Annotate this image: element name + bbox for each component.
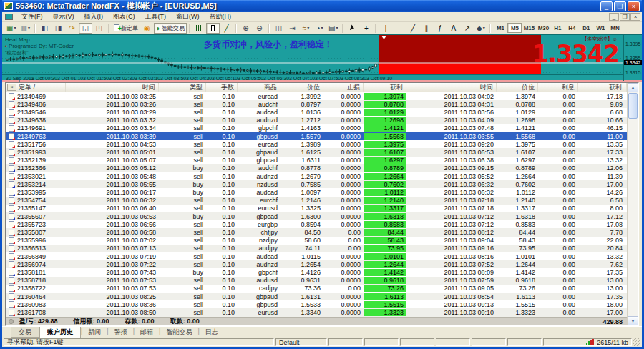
resize-grip[interactable] [633, 338, 640, 346]
timeframe-h4-button[interactable]: H4 [565, 23, 579, 33]
column-header-close-price[interactable]: 价位 [497, 83, 538, 92]
templates-button[interactable]: ▤▾ [326, 23, 340, 34]
scroll-up-button[interactable]: ▲ [628, 83, 638, 92]
line-chart-button[interactable]: ╱ [220, 23, 233, 34]
table-row[interactable]: 213519932011.10.03 05:01sell0.10gbpaud1.… [6, 148, 627, 156]
tile-windows-button[interactable]: ◫ [272, 23, 286, 34]
column-header-type[interactable]: 类型 [159, 83, 206, 92]
arrows-tool-button[interactable]: ↗ [460, 23, 474, 34]
timeframe-h1-button[interactable]: H1 [550, 23, 565, 33]
menu-file[interactable]: 文件(F) [16, 11, 48, 22]
table-row[interactable]: 213556072011.10.03 06:53buy0.10gbpcad1.6… [6, 212, 627, 220]
timeframe-mn-button[interactable]: MN [608, 23, 622, 33]
channel-button[interactable]: ∥ [419, 23, 433, 34]
table-row[interactable]: 213568492011.10.03 07:19sell0.10audcad1.… [6, 252, 627, 260]
new-chart-button[interactable]: ▦▾ [4, 23, 18, 34]
timeframe-m15-button[interactable]: M15 [522, 23, 536, 33]
profiles-button[interactable]: ▥▾ [18, 23, 31, 34]
table-row[interactable]: 213496382011.10.03 03:32sell0.10audnzd1.… [6, 117, 627, 124]
column-header-open-price[interactable]: 价位 [280, 83, 323, 92]
tab-news[interactable]: 新闻 [82, 327, 107, 338]
cursor-button[interactable] [346, 23, 359, 34]
table-row[interactable]: 213587182011.10.03 07:53sell0.10audusd0.… [6, 277, 627, 285]
tab-experts[interactable]: 智能交易 [160, 327, 197, 338]
table-row[interactable]: 213497632011.10.03 03:39sell0.10gbpusd1.… [6, 132, 627, 140]
horizontal-line-button[interactable]: — [392, 23, 406, 34]
menu-window[interactable]: 窗口(W) [171, 11, 205, 22]
tab-journal[interactable]: 日志 [200, 327, 224, 338]
periods-button[interactable]: ◔▾ [313, 23, 326, 34]
timeframe-m1-button[interactable]: M1 [493, 23, 507, 33]
column-header-profit[interactable]: 获利 [578, 83, 627, 92]
table-row[interactable]: 213557232011.10.03 06:56sell0.10eurgbp0.… [6, 220, 627, 228]
table-row[interactable]: 213565132011.10.03 07:13sell0.10audjpy74… [6, 245, 627, 252]
child-minimize-button[interactable]: _ [609, 13, 619, 21]
market-watch-toggle[interactable]: ◧ [38, 23, 52, 34]
child-restore-button[interactable]: ❐ [620, 13, 630, 21]
navigator-toggle[interactable]: ◨ [52, 23, 65, 34]
tab-alerts[interactable]: 警报 [109, 327, 133, 338]
timeframe-m5-button[interactable]: M5 [507, 23, 522, 33]
menu-view[interactable]: 显示(V) [48, 11, 79, 22]
chart-plot[interactable]: Heat Map ▪ Programed By: MT-Coder “稳定盈利”… [2, 35, 623, 74]
minimize-button[interactable]: _ [600, 1, 613, 11]
maximize-button[interactable]: ❐ [614, 1, 626, 11]
menu-charts[interactable]: 图表(C) [108, 11, 140, 22]
table-row[interactable]: 213559962011.10.03 07:02sell0.10nzdjpy58… [6, 237, 627, 245]
scroll-down-button[interactable]: ▼ [628, 316, 638, 325]
close-button[interactable]: × [628, 1, 640, 11]
table-row[interactable]: 213495462011.10.03 03:29sell0.10audcad1.… [6, 108, 627, 116]
table-scrollbar[interactable]: ▲ ▼ [627, 83, 638, 325]
chart-area[interactable]: Heat Map ▪ Programed By: MT-Coder “稳定盈利”… [2, 34, 642, 80]
indicators-button[interactable]: ≈▾ [299, 23, 313, 34]
crosshair-button[interactable]: + [359, 23, 373, 34]
trendline-button[interactable]: ╱ [406, 23, 419, 34]
tab-mailbox[interactable]: 邮箱 [135, 327, 159, 338]
new-order-button[interactable]: 新定单 [112, 23, 140, 34]
terminal-close-button[interactable]: × [7, 84, 16, 91]
zoom-out-button[interactable]: ⊖ [253, 23, 266, 34]
table-row[interactable]: 213539952011.10.03 06:17buy0.10audcad1.0… [6, 188, 627, 196]
tab-account-history[interactable]: 账户历史 [39, 327, 81, 338]
table-row[interactable]: 213587222011.10.03 07:53sell0.10cadjpy73… [6, 285, 627, 293]
table-row[interactable]: 213609832011.10.03 08:36sell0.10gbpusd1.… [6, 300, 627, 308]
timeframe-d1-button[interactable]: D1 [579, 23, 593, 33]
data-window-toggle[interactable]: ◰ [92, 23, 106, 34]
table-row[interactable]: 213551472011.10.03 06:40sell0.10eurusd1.… [6, 205, 627, 212]
column-header-close-time[interactable]: 时间 [406, 83, 497, 92]
shapes-button[interactable]: ◆▾ [474, 23, 487, 34]
tab-trade[interactable]: 交易 [11, 327, 39, 338]
column-header-symbol[interactable]: 商品 [238, 83, 280, 92]
expert-advisors-toggle[interactable]: ◗智能交易 [154, 23, 187, 34]
bar-chart-button[interactable] [192, 23, 206, 34]
chart-shift-button[interactable]: ⇥ [286, 23, 299, 34]
table-row[interactable]: 213547542011.10.03 06:32sell0.10eurchf1.… [6, 197, 627, 205]
vertical-line-button[interactable]: | [379, 23, 392, 34]
menu-tools[interactable]: 工具(T) [140, 11, 172, 22]
table-row[interactable]: 213521392011.10.03 05:07sell0.10gbpcad1.… [6, 157, 627, 164]
fibonacci-button[interactable]: ƒ [433, 23, 447, 34]
column-header-sl[interactable]: 止损 [323, 83, 364, 92]
table-row[interactable]: 213569742011.10.03 07:22sell0.10audnzd1.… [6, 260, 627, 268]
timeframe-w1-button[interactable]: W1 [593, 23, 608, 33]
table-row[interactable]: 213494862011.10.03 03:26sell0.10audchf0.… [6, 100, 627, 108]
zoom-in-button[interactable]: ⊕ [239, 23, 253, 34]
table-row[interactable]: 213581812011.10.03 07:43buy0.10gbpchf1.4… [6, 268, 627, 276]
table-row[interactable]: 213496912011.10.03 03:34sell0.10gbpchf1.… [6, 124, 627, 132]
status-profile[interactable]: Default [275, 338, 327, 346]
menu-insert[interactable]: 插入(I) [79, 11, 109, 22]
table-row[interactable]: 213523662011.10.03 05:12buy0.10audchf0.8… [6, 164, 627, 172]
table-row[interactable]: 213617082011.10.03 08:50sell0.10eurusd1.… [6, 308, 627, 316]
column-header-order[interactable]: ×定单 / [6, 83, 66, 92]
column-header-tp[interactable]: 获利 [364, 83, 406, 92]
child-close-button[interactable]: × [630, 13, 640, 21]
column-header-open-time[interactable]: 时间 [66, 83, 159, 92]
expert-alert-icon[interactable]: ◉ [140, 23, 154, 34]
column-header-swap[interactable]: 利息 [538, 83, 578, 92]
table-row[interactable]: 213530212011.10.03 05:48sell0.10audnzd1.… [6, 172, 627, 180]
table-row[interactable]: 213532142011.10.03 05:55buy0.10nzdusd0.7… [6, 180, 627, 188]
auto-scroll-button[interactable]: ↷ [65, 23, 79, 34]
table-row[interactable]: 213558072011.10.03 06:58sell0.10chfjpy84… [6, 228, 627, 236]
terminal-toggle[interactable]: ◱ [79, 23, 92, 34]
column-header-lots[interactable]: 手数 [206, 83, 238, 92]
